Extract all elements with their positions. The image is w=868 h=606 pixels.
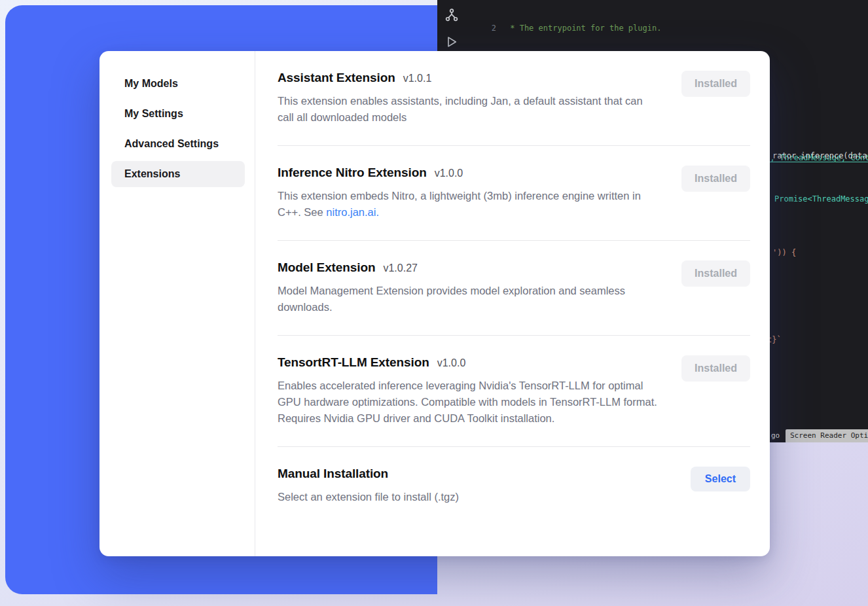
select-file-button[interactable]: Select (691, 467, 750, 491)
code-fragment: Promise<ThreadMessage> (774, 194, 868, 205)
status-bar-text: go (771, 431, 780, 442)
extension-title: Model Extension (278, 260, 375, 275)
installed-button[interactable]: Installed (681, 355, 750, 382)
extension-info: Inference Nitro Extension v1.0.0 This ex… (278, 166, 660, 221)
manual-installation-title: Manual Installation (278, 467, 388, 481)
installed-button[interactable]: Installed (681, 166, 750, 192)
source-control-icon (444, 8, 459, 22)
extension-info: Assistant Extension v1.0.1 This extensio… (278, 71, 660, 126)
extension-info: Manual Installation Select an extension … (278, 467, 459, 505)
installed-button[interactable]: Installed (681, 260, 750, 287)
installed-button[interactable]: Installed (681, 71, 750, 97)
sidebar-item-my-models[interactable]: My Models (111, 71, 245, 97)
extension-title: TensortRT-LLM Extension (278, 355, 429, 370)
sidebar-item-my-settings[interactable]: My Settings (111, 101, 245, 127)
extension-row-assistant: Assistant Extension v1.0.1 This extensio… (278, 71, 750, 146)
extension-description: Model Management Extension provides mode… (278, 283, 660, 315)
extension-row-inference-nitro: Inference Nitro Extension v1.0.0 This ex… (278, 146, 750, 241)
extension-row-tensorrt-llm: TensortRT-LLM Extension v1.0.0 Enables a… (278, 336, 750, 447)
settings-modal: My Models My Settings Advanced Settings … (99, 51, 770, 556)
code-fragment: ')) { (772, 247, 796, 258)
manual-installation-row: Manual Installation Select an extension … (278, 447, 750, 525)
extension-version: v1.0.0 (435, 168, 463, 179)
extension-info: TensortRT-LLM Extension v1.0.0 Enables a… (278, 355, 660, 427)
screen-reader-badge: Screen Reader Optimize (786, 429, 868, 442)
manual-installation-description: Select an extension file to install (.tg… (278, 489, 459, 505)
sidebar-item-advanced-settings[interactable]: Advanced Settings (111, 131, 245, 157)
extension-version: v1.0.27 (383, 262, 417, 274)
extension-description: This extension enables assistants, inclu… (278, 93, 660, 126)
extension-description: This extension embeds Nitro, a lightweig… (278, 188, 660, 221)
extension-title: Inference Nitro Extension (278, 166, 427, 180)
extension-description: Enables accelerated inference leveraging… (278, 378, 660, 427)
nitro-jan-ai-link[interactable]: nitro.jan.ai. (326, 206, 379, 218)
extension-info: Model Extension v1.0.27 Model Management… (278, 260, 660, 315)
code-fragment: rator.inference(data); (772, 151, 868, 162)
page: 2 3 4 5 6 * The entrypoint for the plugi… (0, 0, 868, 606)
run-debug-icon (445, 35, 458, 48)
settings-sidebar: My Models My Settings Advanced Settings … (99, 51, 255, 556)
extension-version: v1.0.0 (437, 357, 466, 369)
code-line-comment: * The entrypoint for the plugin. (505, 23, 868, 34)
extensions-panel: Assistant Extension v1.0.1 This extensio… (255, 51, 770, 556)
extension-version: v1.0.1 (403, 73, 432, 84)
extension-row-model: Model Extension v1.0.27 Model Management… (278, 241, 750, 336)
sidebar-item-extensions[interactable]: Extensions (111, 161, 245, 187)
extension-title: Assistant Extension (278, 71, 395, 85)
